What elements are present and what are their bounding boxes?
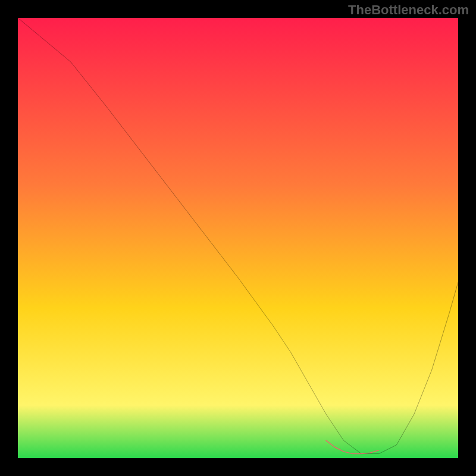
chart-frame: TheBottleneck.com <box>0 0 476 476</box>
watermark-text: TheBottleneck.com <box>348 2 469 18</box>
gradient-background <box>18 18 458 458</box>
bottleneck-chart <box>18 18 458 458</box>
